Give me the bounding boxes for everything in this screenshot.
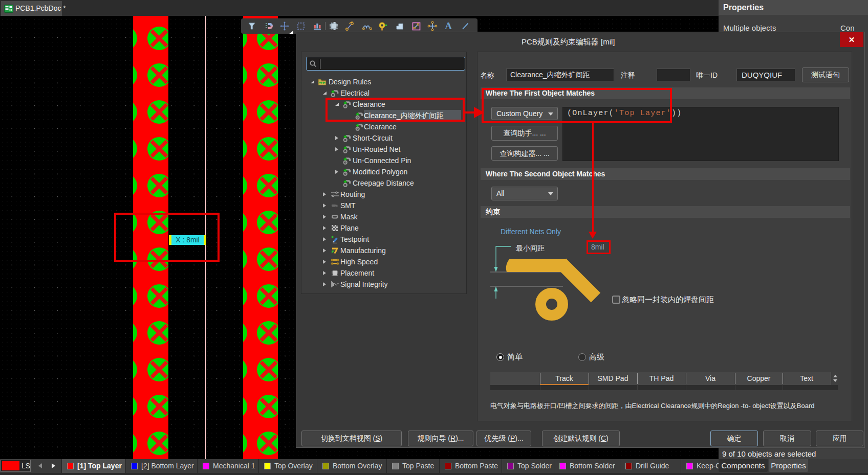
svg-text:A: A — [445, 21, 452, 31]
